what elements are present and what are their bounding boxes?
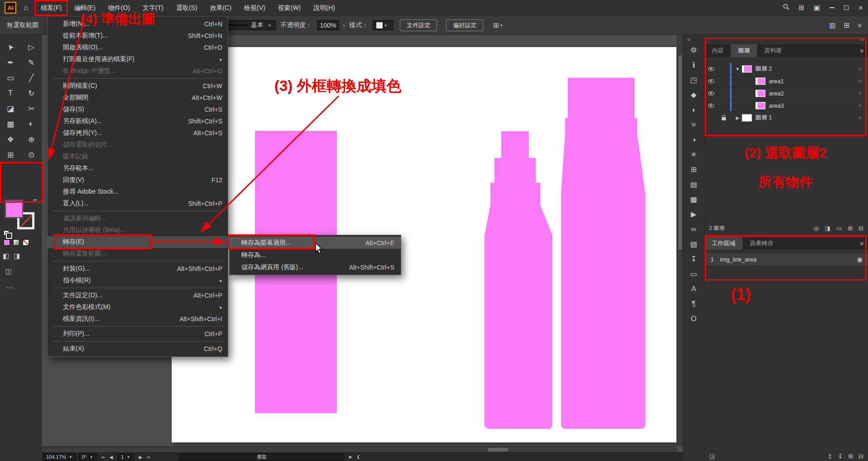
draw-normal-icon[interactable]: ◧ xyxy=(3,252,9,260)
target-circle-icon[interactable]: ○ xyxy=(858,114,862,121)
artboard-row[interactable]: 1 img_link_area ▣ xyxy=(705,253,868,266)
vertical-scrollbar-thumb[interactable] xyxy=(678,55,682,250)
character-icon[interactable]: A xyxy=(691,285,696,293)
menu-type[interactable]: 文字(T) xyxy=(136,0,170,16)
layer-name[interactable]: 圖層 1 xyxy=(755,114,772,122)
delete-layer-icon[interactable]: ⊟ xyxy=(858,225,863,232)
layer-name[interactable]: area3 xyxy=(769,102,784,109)
artboards-panel-menu-icon[interactable]: ≡ xyxy=(855,237,868,250)
gradient-tool[interactable]: ◐ xyxy=(29,119,34,128)
menu-item-search-adobe-stock[interactable]: 搜尋 Adobe Stock... xyxy=(48,186,228,198)
gradient-icon[interactable]: ◗ xyxy=(691,106,696,114)
menu-item-document-color-mode[interactable]: 文件色彩模式(M)▸ xyxy=(48,301,228,313)
menu-item-save-as-template[interactable]: 另存範本... xyxy=(48,162,228,174)
lock-toggle-cell[interactable] xyxy=(718,87,730,99)
tab-artboards[interactable]: 工作區域 xyxy=(705,237,743,250)
eraser-tool[interactable]: ◪ xyxy=(7,104,14,114)
collapse-panel-icon[interactable]: » xyxy=(860,36,863,43)
fill-color-well[interactable] xyxy=(5,200,23,218)
artboard-icon[interactable]: ▣ xyxy=(857,256,863,263)
restore-button[interactable] xyxy=(839,0,854,16)
artboard-tool[interactable]: ⊞ xyxy=(7,150,14,160)
transform-icon[interactable]: ◳ xyxy=(690,76,697,84)
align-caret-icon[interactable]: ▾ xyxy=(500,23,503,28)
menu-window[interactable]: 視窗(W) xyxy=(272,0,307,16)
selection-tool[interactable]: ➤ xyxy=(7,43,14,52)
target-circle-icon[interactable]: ○ xyxy=(858,78,862,84)
rectangle-tool[interactable]: ▭ xyxy=(7,73,14,83)
workspace-switcher-icon[interactable]: ▣ xyxy=(809,4,825,12)
layer-row-layer2[interactable]: ▼ 圖層 2 ○ xyxy=(705,63,868,75)
layer-name[interactable]: 圖層 2 xyxy=(755,65,772,73)
menu-item-open-recent[interactable]: 打開最近使用過的檔案(F)▸ xyxy=(48,53,228,65)
zoom-tool[interactable]: ⊙ xyxy=(28,150,34,160)
target-circle-icon[interactable]: ○ xyxy=(858,102,862,109)
transparency-icon[interactable]: ◑ xyxy=(691,136,696,143)
pink-bottle-large-shape[interactable] xyxy=(561,78,645,429)
menu-item-export[interactable]: 轉存(E)▸ xyxy=(48,236,228,248)
move-up-icon[interactable]: ↥ xyxy=(827,453,832,460)
tab-layers[interactable]: 圖層 xyxy=(731,44,757,57)
asset-export-icon[interactable]: ↧ xyxy=(691,256,696,263)
menu-item-save[interactable]: 儲存(S)Ctrl+S xyxy=(48,104,228,115)
menu-item-open[interactable]: 開啟舊檔(O)...Ctrl+O xyxy=(48,42,228,53)
move-down-icon[interactable]: ↧ xyxy=(838,453,843,460)
controlbar-menu-icon[interactable]: ≡ xyxy=(858,21,862,29)
visibility-eye-icon[interactable] xyxy=(705,87,718,99)
menu-file[interactable]: 檔案(F) xyxy=(34,0,68,16)
opacity-value-field[interactable]: 100% xyxy=(317,20,340,30)
layer-row-area1[interactable]: area1 ○ xyxy=(705,75,868,87)
zoom-level-dropdown[interactable]: 104.17%▾ xyxy=(43,453,76,461)
lock-toggle-cell[interactable] xyxy=(718,75,730,87)
actions-icon[interactable]: ▶ xyxy=(691,211,696,218)
layer-row-layer1[interactable]: ▶ 圖層 1 ○ xyxy=(705,112,868,124)
locate-object-icon[interactable]: ◎ xyxy=(814,225,819,232)
pink-bottle-small-shape[interactable] xyxy=(484,131,552,429)
menu-item-exit[interactable]: 結束(X)Ctrl+Q xyxy=(48,343,228,355)
collapse-strip-icon[interactable]: « xyxy=(687,36,691,43)
new-sublayer-icon[interactable]: ▭ xyxy=(836,225,842,232)
delete-artboard-icon[interactable]: ⊟ xyxy=(858,453,863,460)
menu-item-save-a-copy[interactable]: 儲存拷貝(Y)...Alt+Ctrl+S xyxy=(48,127,228,139)
layer-row-area3[interactable]: area3 ○ xyxy=(705,100,868,112)
menu-help[interactable]: 說明(H) xyxy=(307,0,341,16)
layers-panel-menu-icon[interactable]: ≡ xyxy=(855,44,868,57)
last-artboard-icon[interactable]: ⇥ xyxy=(146,455,149,460)
preferences-button[interactable]: 偏好設定 xyxy=(446,19,483,31)
minimize-button[interactable] xyxy=(825,0,839,16)
swatches-icon[interactable]: ▩ xyxy=(690,196,697,203)
arrange-icon[interactable]: ▥ xyxy=(829,21,835,29)
swap-fill-stroke-icon[interactable]: ⇄ xyxy=(33,198,37,204)
layer-name[interactable]: area2 xyxy=(769,90,784,97)
menu-item-new[interactable]: 新增(N)...Ctrl+N xyxy=(48,18,228,30)
expand-chevron-icon[interactable]: ▶ xyxy=(734,115,742,120)
expand-chevron-icon[interactable]: ▼ xyxy=(734,67,742,71)
menu-select[interactable]: 選取(S) xyxy=(170,0,204,16)
draw-behind-icon[interactable]: ◨ xyxy=(14,252,20,260)
first-artboard-icon[interactable]: ⇤ xyxy=(102,455,106,460)
align-icon[interactable]: ⊞ xyxy=(493,21,499,29)
artboard-name[interactable]: img_link_area xyxy=(720,256,757,263)
symbols-icon[interactable]: ✳ xyxy=(691,151,696,158)
menu-item-place[interactable]: 置入(L)...Shift+Ctrl+P xyxy=(48,198,228,209)
pen-tool[interactable]: ✒ xyxy=(7,58,14,67)
edit-toolbar-icon[interactable]: … xyxy=(6,282,14,290)
target-circle-icon[interactable]: ○ xyxy=(858,90,862,96)
gradient-button[interactable] xyxy=(13,239,19,246)
visibility-eye-cell[interactable] xyxy=(705,112,718,124)
menu-item-revert[interactable]: 回復(V)F12 xyxy=(48,174,228,186)
layer-row-area2[interactable]: area2 ○ xyxy=(705,87,868,100)
curvature-tool[interactable]: ✎ xyxy=(28,58,34,67)
screen-mode-icon[interactable]: ◫ xyxy=(5,267,12,276)
mesh-tool[interactable]: ▦ xyxy=(7,119,14,129)
menu-item-file-info[interactable]: 檔案資訊(I)...Alt+Shift+Ctrl+I xyxy=(48,313,228,325)
document-setup-button[interactable]: 文件設定 xyxy=(400,19,437,31)
clipping-mask-icon[interactable]: ◨ xyxy=(825,225,830,232)
menu-item-new-from-template[interactable]: 從範本新增(T)...Shift+Ctrl+N xyxy=(48,30,228,42)
menu-object[interactable]: 物件(O) xyxy=(102,0,136,16)
paragraph-icon[interactable]: ¶ xyxy=(692,300,696,308)
opacity-expander-icon[interactable]: › xyxy=(343,22,345,29)
brushes-icon[interactable]: ▧ xyxy=(690,241,697,248)
rotate-tool[interactable]: ↻ xyxy=(28,89,34,98)
resize-icon[interactable]: ◲ xyxy=(709,453,715,460)
